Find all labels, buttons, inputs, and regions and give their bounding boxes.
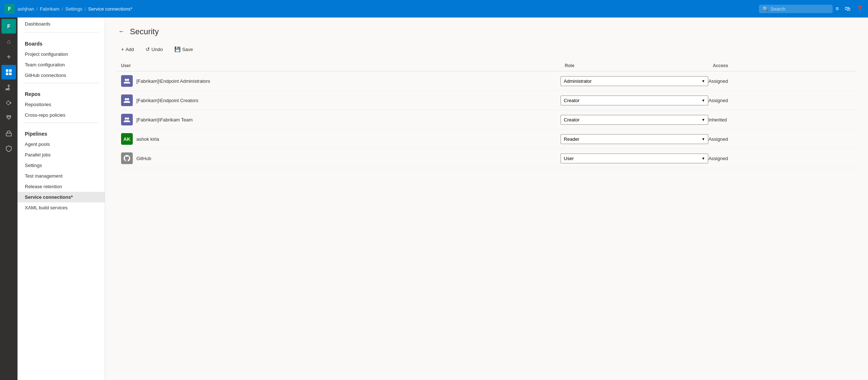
sidebar-divider-1 bbox=[23, 32, 99, 33]
chevron-down-icon: ▼ bbox=[701, 79, 705, 83]
role-select[interactable]: Reader▼ bbox=[561, 134, 709, 144]
sidebar-item-xaml-build-services[interactable]: XAML build services bbox=[18, 202, 105, 213]
save-button[interactable]: 💾 Save bbox=[170, 44, 197, 54]
org-logo[interactable]: F bbox=[4, 4, 15, 14]
rail-create[interactable]: + bbox=[1, 50, 16, 64]
page-title: Security bbox=[130, 27, 159, 36]
table-row: AKashok kirlaReader▼Assigned bbox=[117, 129, 856, 149]
chevron-down-icon: ▼ bbox=[701, 98, 705, 102]
access-cell: Assigned bbox=[708, 129, 856, 149]
role-cell[interactable]: Reader▼ bbox=[561, 129, 709, 149]
svg-rect-0 bbox=[6, 69, 8, 72]
sidebar-divider-3 bbox=[23, 123, 99, 123]
help-icon[interactable]: ❓ bbox=[856, 5, 864, 12]
role-cell[interactable]: Creator▼ bbox=[561, 91, 709, 110]
svg-rect-11 bbox=[6, 133, 11, 136]
access-cell: Assigned bbox=[708, 91, 856, 110]
svg-point-17 bbox=[127, 117, 129, 120]
svg-point-9 bbox=[10, 102, 11, 104]
user-cell: GitHub bbox=[117, 149, 561, 168]
rail-org[interactable]: F bbox=[1, 19, 16, 34]
main-layout: F ⌂ + Dashboards Boards Project configur… bbox=[0, 18, 868, 380]
back-button[interactable]: ← bbox=[117, 26, 126, 37]
rail-repos[interactable] bbox=[1, 80, 16, 95]
user-row-inner: AKashok kirla bbox=[117, 129, 561, 148]
user-avatar bbox=[121, 152, 133, 164]
topbar-icons: ≡ 🛍 ❓ bbox=[836, 5, 864, 12]
role-cell[interactable]: Administrator▼ bbox=[561, 71, 709, 91]
rail-home[interactable]: ⌂ bbox=[1, 34, 16, 49]
sidebar-divider-2 bbox=[23, 83, 99, 83]
sidebar-item-release-retention[interactable]: Release retention bbox=[18, 181, 105, 192]
role-select[interactable]: User▼ bbox=[561, 154, 709, 163]
sidebar-item-github-connections[interactable]: GitHub connections bbox=[18, 70, 105, 81]
access-cell: Assigned bbox=[708, 149, 856, 168]
rail-testplans[interactable] bbox=[1, 111, 16, 125]
svg-point-16 bbox=[125, 117, 127, 120]
badge-icon[interactable]: 🛍 bbox=[845, 5, 850, 12]
add-icon: + bbox=[121, 46, 124, 52]
breadcrumb-settings[interactable]: Settings bbox=[65, 6, 82, 12]
breadcrumb-sep1: / bbox=[36, 6, 38, 12]
role-value: Administrator bbox=[564, 78, 592, 84]
col-header-role: Role bbox=[561, 60, 709, 71]
access-cell: Inherited bbox=[708, 110, 856, 129]
chevron-down-icon: ▼ bbox=[701, 137, 705, 141]
sidebar-item-service-connections[interactable]: Service connections* bbox=[18, 192, 105, 202]
svg-point-13 bbox=[127, 79, 129, 81]
security-header: ← Security bbox=[117, 26, 856, 37]
sidebar-item-agent-pools[interactable]: Agent pools bbox=[18, 139, 105, 150]
role-select[interactable]: Administrator▼ bbox=[561, 76, 709, 86]
search-input[interactable] bbox=[771, 6, 829, 12]
user-cell: [Fabrikam]\Fabrikam Team bbox=[117, 110, 561, 129]
user-avatar bbox=[121, 75, 133, 87]
rail-artifacts[interactable] bbox=[1, 126, 16, 141]
sidebar-item-settings[interactable]: Settings bbox=[18, 160, 105, 171]
breadcrumb-sep2: / bbox=[62, 6, 63, 12]
user-cell: [Fabrikam]\Endpoint Creators bbox=[117, 91, 561, 110]
undo-button[interactable]: ↺ Undo bbox=[141, 44, 167, 54]
undo-label: Undo bbox=[151, 47, 163, 52]
add-button[interactable]: + Add bbox=[117, 44, 138, 54]
breadcrumb: ashjhan / Fabrikam / Settings / Service … bbox=[18, 6, 756, 12]
user-name: [Fabrikam]\Endpoint Creators bbox=[136, 98, 198, 103]
rail-security[interactable] bbox=[1, 141, 16, 156]
sidebar-item-team-configuration[interactable]: Team configuration bbox=[18, 59, 105, 70]
user-cell: AKashok kirla bbox=[117, 129, 561, 149]
user-avatar bbox=[121, 114, 133, 125]
role-value: Creator bbox=[564, 117, 580, 123]
content-area: ← Security + Add ↺ Undo 💾 Save bbox=[105, 18, 868, 380]
role-select[interactable]: Creator▼ bbox=[561, 115, 709, 125]
undo-icon: ↺ bbox=[146, 46, 150, 52]
svg-rect-3 bbox=[9, 73, 12, 75]
rail-boards[interactable] bbox=[1, 65, 16, 80]
chevron-down-icon: ▼ bbox=[701, 156, 705, 160]
sidebar-item-repositories[interactable]: Repositories bbox=[18, 99, 105, 110]
topbar: F ashjhan / Fabrikam / Settings / Servic… bbox=[0, 0, 868, 18]
save-label: Save bbox=[182, 47, 193, 52]
list-icon[interactable]: ≡ bbox=[836, 5, 839, 12]
role-cell[interactable]: User▼ bbox=[561, 149, 709, 168]
breadcrumb-project[interactable]: Fabrikam bbox=[40, 6, 59, 12]
table-row: [Fabrikam]\Endpoint CreatorsCreator▼Assi… bbox=[117, 91, 856, 110]
user-row-inner: [Fabrikam]\Endpoint Administrators bbox=[117, 71, 561, 90]
user-cell: [Fabrikam]\Endpoint Administrators bbox=[117, 71, 561, 91]
sidebar-item-project-configuration[interactable]: Project configuration bbox=[18, 49, 105, 59]
sidebar-item-test-management[interactable]: Test management bbox=[18, 171, 105, 181]
breadcrumb-sep3: / bbox=[85, 6, 86, 12]
sidebar-item-cross-repo-policies[interactable]: Cross-repo policies bbox=[18, 110, 105, 120]
sidebar-item-parallel-jobs[interactable]: Parallel jobs bbox=[18, 150, 105, 160]
rail-pipelines[interactable] bbox=[1, 96, 16, 110]
table-header-row: User Role Access bbox=[117, 60, 856, 71]
svg-point-12 bbox=[125, 79, 127, 81]
security-panel: ← Security + Add ↺ Undo 💾 Save bbox=[105, 18, 868, 177]
role-select[interactable]: Creator▼ bbox=[561, 96, 709, 105]
search-box[interactable]: 🔍 bbox=[759, 5, 833, 13]
breadcrumb-org[interactable]: ashjhan bbox=[18, 6, 34, 12]
security-table: User Role Access [Fabrikam]\Endpoint Adm… bbox=[117, 60, 856, 168]
role-cell[interactable]: Creator▼ bbox=[561, 110, 709, 129]
user-name: [Fabrikam]\Fabrikam Team bbox=[136, 117, 193, 123]
sidebar-item-dashboards[interactable]: Dashboards bbox=[18, 18, 105, 30]
add-label: Add bbox=[125, 47, 134, 52]
breadcrumb-current[interactable]: Service connections* bbox=[88, 6, 132, 12]
